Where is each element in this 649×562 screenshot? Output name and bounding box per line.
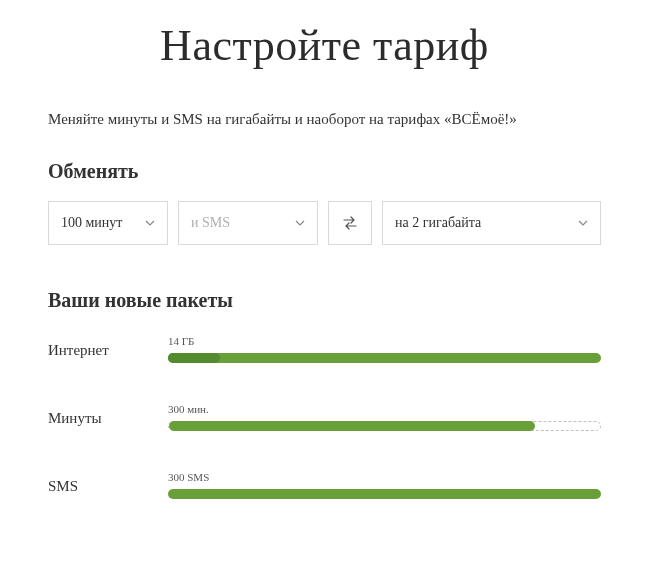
sms-select[interactable]: и SMS [178,201,318,245]
sms-select-placeholder: и SMS [191,215,230,231]
packages-heading: Ваши новые пакеты [48,289,601,312]
package-row-internet: Интернет 14 ГБ [48,330,601,370]
package-bar[interactable]: 14 ГБ [168,337,601,363]
exchange-heading: Обменять [48,160,601,183]
package-label: Минуты [48,410,168,427]
chevron-down-icon [578,218,588,228]
page-subtitle: Меняйте минуты и SMS на гигабайты и наоб… [48,111,601,128]
package-row-minutes: Минуты 300 мин. [48,398,601,438]
minutes-select-value: 100 минут [61,215,122,231]
result-select-value: на 2 гигабайта [395,215,481,231]
package-bar[interactable]: 300 SMS [168,473,601,499]
package-label: SMS [48,478,168,495]
package-row-sms: SMS 300 SMS [48,466,601,506]
package-accent [168,353,220,363]
package-fill [169,421,535,431]
package-value: 300 мин. [168,403,209,415]
package-label: Интернет [48,342,168,359]
swap-icon [341,214,359,232]
packages-list: Интернет 14 ГБ Минуты 300 мин. SMS 300 [48,330,601,506]
chevron-down-icon [295,218,305,228]
package-fill [168,353,601,363]
package-bar[interactable]: 300 мин. [168,405,601,431]
swap-button[interactable] [328,201,372,245]
minutes-select[interactable]: 100 минут [48,201,168,245]
page-title: Настройте тариф [48,20,601,71]
package-value: 300 SMS [168,471,209,483]
package-fill [168,489,601,499]
chevron-down-icon [145,218,155,228]
result-select[interactable]: на 2 гигабайта [382,201,601,245]
package-value: 14 ГБ [168,335,194,347]
exchange-row: 100 минут и SMS на 2 гигабайта [48,201,601,245]
